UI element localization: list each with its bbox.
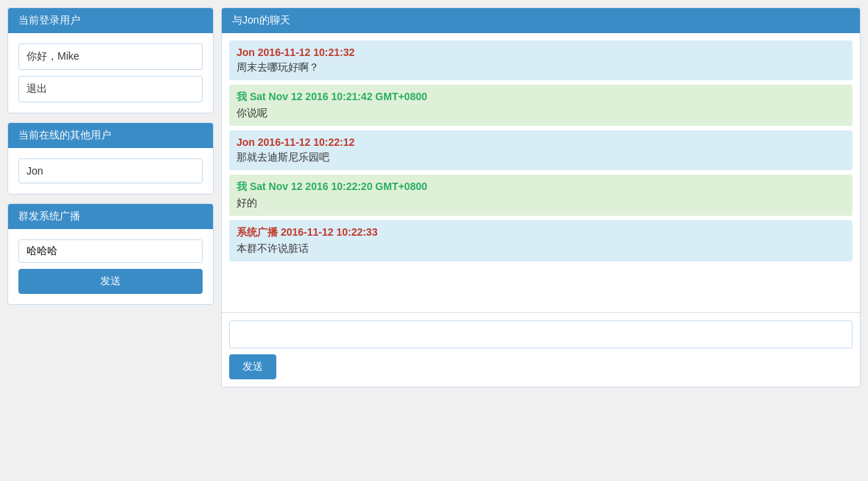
message-block: Jon 2016-11-12 10:21:32周末去哪玩好啊？ bbox=[229, 41, 853, 80]
message-block: 我 Sat Nov 12 2016 10:22:20 GMT+0800好的 bbox=[229, 175, 853, 216]
current-user-body: 你好，Mike 退出 bbox=[8, 33, 213, 113]
current-user-card: 当前登录用户 你好，Mike 退出 bbox=[7, 7, 214, 113]
message-meta: 我 Sat Nov 12 2016 10:22:20 GMT+0800 bbox=[237, 180, 845, 194]
chat-header: 与Jon的聊天 bbox=[222, 8, 860, 33]
message-content: 本群不许说脏话 bbox=[237, 242, 845, 256]
message-meta: Jon 2016-11-12 10:21:32 bbox=[237, 46, 845, 58]
chat-input-area: 发送 bbox=[222, 313, 860, 387]
current-user-header: 当前登录用户 bbox=[8, 8, 213, 33]
message-meta: 系统广播 2016-11-12 10:22:33 bbox=[237, 226, 845, 239]
broadcast-header-label: 群发系统广播 bbox=[18, 210, 80, 222]
current-user-header-label: 当前登录用户 bbox=[18, 14, 80, 26]
message-block: Jon 2016-11-12 10:22:12那就去迪斯尼乐园吧 bbox=[229, 130, 853, 170]
online-users-card: 当前在线的其他用户 Jon bbox=[7, 122, 214, 194]
broadcast-body: 发送 bbox=[8, 229, 213, 304]
message-block: 我 Sat Nov 12 2016 10:21:42 GMT+0800你说呢 bbox=[229, 85, 853, 126]
message-block: 系统广播 2016-11-12 10:22:33本群不许说脏话 bbox=[229, 220, 853, 261]
broadcast-header: 群发系统广播 bbox=[8, 204, 213, 229]
broadcast-send-button[interactable]: 发送 bbox=[18, 269, 203, 294]
logout-button[interactable]: 退出 bbox=[18, 76, 203, 102]
message-content: 你说呢 bbox=[237, 107, 845, 120]
chat-send-button[interactable]: 发送 bbox=[229, 354, 276, 379]
chat-header-label: 与Jon的聊天 bbox=[232, 14, 290, 26]
broadcast-input[interactable] bbox=[18, 239, 203, 263]
greet-button[interactable]: 你好，Mike bbox=[18, 43, 203, 70]
online-users-body: Jon bbox=[8, 148, 213, 194]
message-meta: Jon 2016-11-12 10:22:12 bbox=[237, 136, 845, 148]
main-layout: 当前登录用户 你好，Mike 退出 当前在线的其他用户 Jon 群发系统广播 发… bbox=[7, 7, 861, 387]
message-content: 好的 bbox=[237, 197, 845, 210]
message-content: 那就去迪斯尼乐园吧 bbox=[237, 151, 845, 164]
left-panel: 当前登录用户 你好，Mike 退出 当前在线的其他用户 Jon 群发系统广播 发… bbox=[7, 7, 214, 387]
online-users-header: 当前在线的其他用户 bbox=[8, 123, 213, 148]
chat-panel: 与Jon的聊天 Jon 2016-11-12 10:21:32周末去哪玩好啊？我… bbox=[221, 7, 861, 387]
online-user-jon[interactable]: Jon bbox=[18, 158, 203, 183]
chat-input[interactable] bbox=[229, 320, 853, 348]
message-meta: 我 Sat Nov 12 2016 10:21:42 GMT+0800 bbox=[237, 91, 845, 104]
chat-messages[interactable]: Jon 2016-11-12 10:21:32周末去哪玩好啊？我 Sat Nov… bbox=[222, 33, 860, 313]
broadcast-card: 群发系统广播 发送 bbox=[7, 203, 214, 305]
message-content: 周末去哪玩好啊？ bbox=[237, 61, 845, 74]
online-users-header-label: 当前在线的其他用户 bbox=[18, 129, 111, 141]
